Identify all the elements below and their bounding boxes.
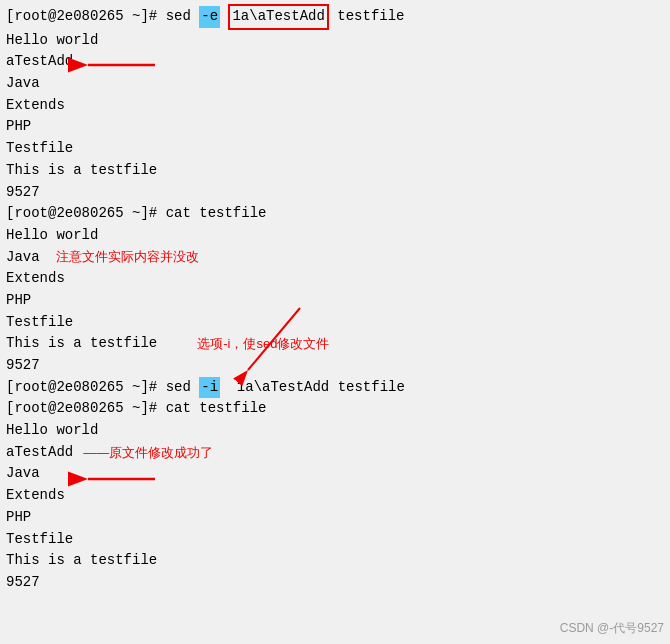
line-8: This is a testfile bbox=[6, 160, 664, 182]
terminal: [root@2e080265 ~]# sed -e 1a\aTestAdd te… bbox=[0, 0, 670, 644]
line-27: 9527 bbox=[6, 572, 664, 594]
line-14: PHP bbox=[6, 290, 664, 312]
line-9: 9527 bbox=[6, 182, 664, 204]
line-21: aTestAdd ——原文件修改成功了 bbox=[6, 442, 664, 464]
line-15: Testfile bbox=[6, 312, 664, 334]
line-12: Java 注意文件实际内容并没改 bbox=[6, 247, 664, 269]
line-3: aTestAdd bbox=[6, 51, 664, 73]
line-1: [root@2e080265 ~]# sed -e 1a\aTestAdd te… bbox=[6, 4, 664, 30]
line-5: Extends bbox=[6, 95, 664, 117]
line-16: This is a testfile 选项-i，使sed修改文件 bbox=[6, 333, 664, 355]
line-17: 9527 bbox=[6, 355, 664, 377]
flag-e: -e bbox=[199, 6, 220, 28]
line-22: Java bbox=[6, 463, 664, 485]
line-13: Extends bbox=[6, 268, 664, 290]
line-26: This is a testfile bbox=[6, 550, 664, 572]
annotation-option-i: 选项-i，使sed修改文件 bbox=[197, 334, 329, 354]
line-7: Testfile bbox=[6, 138, 664, 160]
arg-file-1: testfile bbox=[329, 6, 405, 28]
line-20: Hello world bbox=[6, 420, 664, 442]
line-19: [root@2e080265 ~]# cat testfile bbox=[6, 398, 664, 420]
space-1 bbox=[220, 6, 228, 28]
line-23: Extends bbox=[6, 485, 664, 507]
line-2: Hello world bbox=[6, 30, 664, 52]
line-10: [root@2e080265 ~]# cat testfile bbox=[6, 203, 664, 225]
flag-i: -i bbox=[199, 377, 220, 399]
sed-arg: 1a\aTestAdd bbox=[228, 4, 328, 30]
line-18: [root@2e080265 ~]# sed -i 1a\aTestAdd te… bbox=[6, 377, 664, 399]
annotation-success: ——原文件修改成功了 bbox=[83, 443, 213, 463]
line-6: PHP bbox=[6, 116, 664, 138]
line-24: PHP bbox=[6, 507, 664, 529]
annotation-no-change: 注意文件实际内容并没改 bbox=[56, 247, 199, 267]
line-25: Testfile bbox=[6, 529, 664, 551]
line-11: Hello world bbox=[6, 225, 664, 247]
watermark: CSDN @-代号9527 bbox=[560, 619, 664, 638]
prompt-1: [root@2e080265 ~]# sed bbox=[6, 6, 199, 28]
line-4: Java bbox=[6, 73, 664, 95]
